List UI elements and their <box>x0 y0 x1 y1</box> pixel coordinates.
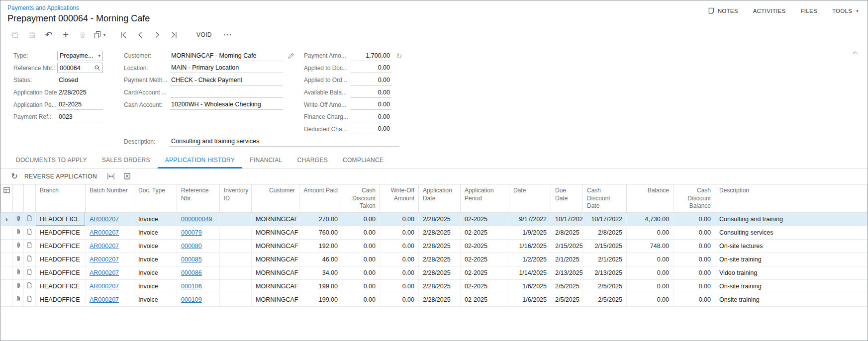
row-indicator[interactable] <box>1 266 13 279</box>
cell-batch-number[interactable]: AR000207 <box>86 226 134 239</box>
cell-doc-type[interactable]: Invoice <box>134 212 177 226</box>
cell-branch[interactable]: HEADOFFICE <box>36 279 86 293</box>
cell-cash-discount-date[interactable]: 2/1/2025 <box>583 253 627 266</box>
available-balance-field[interactable]: 0.00 <box>351 87 391 98</box>
attachment-cell[interactable] <box>13 212 24 226</box>
cell-inventory-id[interactable] <box>220 239 252 253</box>
cell-inventory-id[interactable] <box>220 253 252 266</box>
cell-date[interactable]: 9/17/2022 <box>509 212 551 226</box>
cell-balance[interactable]: 0.00 <box>627 266 674 279</box>
column-header-application-date[interactable]: Application Date <box>419 184 461 213</box>
cell-due-date[interactable]: 2/8/2025 <box>551 226 583 239</box>
cell-inventory-id[interactable] <box>220 266 252 279</box>
cell-application-date[interactable]: 2/28/2025 <box>419 293 461 306</box>
menu-notes-button[interactable]: NOTES <box>708 7 738 14</box>
cell-application-period[interactable]: 02-2025 <box>461 293 509 306</box>
reference-nbr-field[interactable]: 000064 <box>57 63 103 73</box>
cell-inventory-id[interactable] <box>220 293 252 306</box>
column-header-date[interactable]: Date <box>509 184 551 213</box>
cell-application-date[interactable]: 2/28/2025 <box>419 279 461 293</box>
table-row[interactable]: ›HEADOFFICEAR000207Invoice000000049MORNI… <box>1 212 868 226</box>
cell-doc-type[interactable]: Invoice <box>134 253 177 266</box>
cell-cash-discount-taken[interactable]: 0.00 <box>342 266 380 279</box>
fit-width-button[interactable] <box>104 170 118 183</box>
void-button[interactable]: VOID <box>190 27 219 42</box>
cell-date[interactable]: 1/16/2025 <box>509 239 551 253</box>
deducted-charges-field[interactable]: 0.00 <box>351 124 391 134</box>
cell-balance[interactable]: 0.00 <box>627 293 674 306</box>
payment-amount-field[interactable]: 1,700.00 <box>351 51 391 61</box>
type-field[interactable]: Prepayme...▾ <box>57 51 103 61</box>
attachment-cell[interactable] <box>13 226 24 239</box>
application-period-field[interactable]: 02-2025 <box>57 99 103 110</box>
cell-reference-nbr[interactable]: 000109 <box>177 293 220 306</box>
row-indicator[interactable] <box>1 253 13 266</box>
column-header-cash-discount-taken[interactable]: Cash Discount Taken <box>342 184 380 213</box>
reverse-application-button[interactable]: REVERSE APPLICATION <box>23 173 102 180</box>
cell-amount-paid[interactable]: 270.00 <box>299 212 342 226</box>
note-cell[interactable] <box>24 279 36 293</box>
applied-to-orders-field[interactable]: 0.00 <box>351 75 391 85</box>
cell-description[interactable]: Consulting services <box>715 226 868 239</box>
more-actions-button[interactable]: ⋯ <box>219 27 236 42</box>
cell-application-period[interactable]: 02-2025 <box>461 226 509 239</box>
cell-amount-paid[interactable]: 760.00 <box>299 226 342 239</box>
cell-cash-discount-balance[interactable]: 0.00 <box>674 239 715 253</box>
collapse-panel-button[interactable] <box>849 47 862 59</box>
cell-balance[interactable]: 0.00 <box>627 279 674 293</box>
column-header-reference-nbr[interactable]: Reference Nbr. <box>177 184 220 213</box>
cell-doc-type[interactable]: Invoice <box>134 239 177 253</box>
cell-batch-number[interactable]: AR000207 <box>86 279 134 293</box>
cell-cash-discount-taken[interactable]: 0.00 <box>342 226 380 239</box>
cell-date[interactable]: 1/2/2025 <box>509 253 551 266</box>
cell-branch[interactable]: HEADOFFICE <box>36 253 86 266</box>
cell-amount-paid[interactable]: 199.00 <box>299 293 342 306</box>
export-excel-button[interactable] <box>120 170 134 183</box>
reference-nbr-link[interactable]: 000085 <box>181 256 202 263</box>
column-header-balance[interactable]: Balance <box>627 184 674 213</box>
cell-customer[interactable]: MORNINGCAF <box>252 293 299 306</box>
cell-doc-type[interactable]: Invoice <box>134 279 177 293</box>
cell-batch-number[interactable]: AR000207 <box>86 239 134 253</box>
refresh-balances-icon[interactable]: ↻ <box>396 52 402 60</box>
cell-application-period[interactable]: 02-2025 <box>461 239 509 253</box>
delete-button[interactable] <box>74 27 91 42</box>
cell-application-period[interactable]: 02-2025 <box>461 266 509 279</box>
cell-cash-discount-date[interactable]: 2/15/2025 <box>583 239 627 253</box>
cell-description[interactable]: Onsite training <box>715 293 868 306</box>
cell-inventory-id[interactable] <box>220 212 252 226</box>
cell-amount-paid[interactable]: 46.00 <box>299 253 342 266</box>
cell-date[interactable]: 1/6/2025 <box>509 279 551 293</box>
cell-cash-discount-balance[interactable]: 0.00 <box>674 293 715 306</box>
cell-cash-discount-taken[interactable]: 0.00 <box>342 253 380 266</box>
cell-cash-discount-taken[interactable]: 0.00 <box>342 239 380 253</box>
grid-settings-header[interactable] <box>1 184 13 213</box>
cell-cash-discount-balance[interactable]: 0.00 <box>674 212 715 226</box>
note-cell[interactable] <box>24 239 36 253</box>
go-last-button[interactable] <box>166 27 183 42</box>
write-off-amount-field[interactable]: 0.00 <box>351 99 391 110</box>
cell-branch[interactable]: HEADOFFICE <box>36 266 86 279</box>
clipboard-button[interactable]: ▾ <box>91 27 108 42</box>
column-header-cash-discount-balance[interactable]: Cash Discount Balance <box>674 184 715 213</box>
note-cell[interactable] <box>24 212 36 226</box>
cell-branch[interactable]: HEADOFFICE <box>36 239 86 253</box>
cell-customer[interactable]: MORNINGCAF <box>252 226 299 239</box>
cell-doc-type[interactable]: Invoice <box>134 266 177 279</box>
table-row[interactable]: HEADOFFICEAR000207Invoice000080MORNINGCA… <box>1 239 868 253</box>
cell-branch[interactable]: HEADOFFICE <box>36 226 86 239</box>
cell-description[interactable]: Consulting and training <box>715 212 868 226</box>
reference-nbr-link[interactable]: 000079 <box>181 229 202 236</box>
cell-description[interactable]: On-site lectures <box>715 239 868 253</box>
location-field[interactable]: MAIN - Primary Location <box>170 63 283 73</box>
cell-due-date[interactable]: 2/15/2025 <box>551 239 583 253</box>
batch-number-link[interactable]: AR000207 <box>90 296 119 303</box>
cell-due-date[interactable]: 10/17/2022 <box>551 212 583 226</box>
cell-reference-nbr[interactable]: 000106 <box>177 279 220 293</box>
tab-compliance[interactable]: COMPLIANCE <box>335 157 391 168</box>
description-field[interactable]: Consulting and training services <box>170 136 399 147</box>
cell-cash-discount-balance[interactable]: 0.00 <box>674 279 715 293</box>
save-button[interactable] <box>23 27 40 42</box>
cell-customer[interactable]: MORNINGCAF <box>252 279 299 293</box>
attachment-cell[interactable] <box>13 293 24 306</box>
